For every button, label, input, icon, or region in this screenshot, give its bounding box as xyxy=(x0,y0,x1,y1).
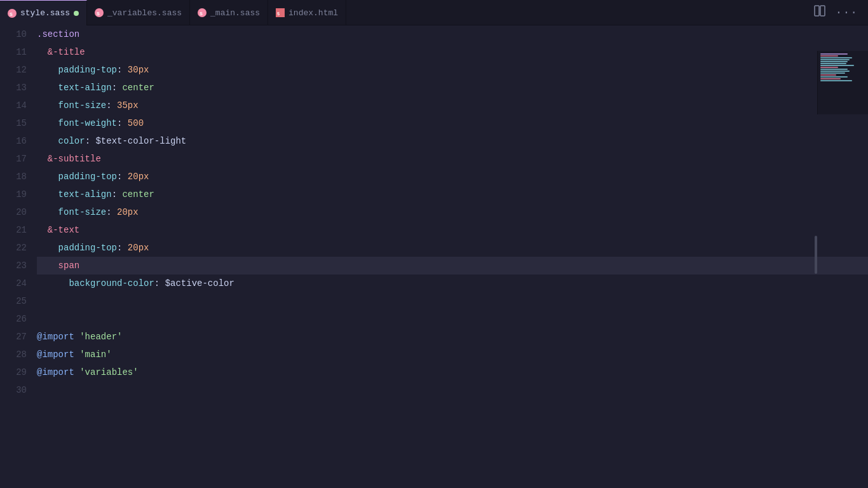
code-line: padding-top: 30px xyxy=(37,61,868,79)
minimap-line xyxy=(820,76,848,78)
code-token xyxy=(37,79,58,97)
minimap-line xyxy=(820,69,848,70)
tab-style-sass[interactable]: Sstyle.sass xyxy=(0,0,87,25)
tab-label: _variables.sass xyxy=(107,8,182,18)
line-number: 13 xyxy=(10,79,27,97)
line-number: 16 xyxy=(10,132,27,150)
code-token: 'header' xyxy=(79,328,122,346)
code-token: 30px xyxy=(128,61,149,79)
code-token: 500 xyxy=(128,114,144,132)
code-token xyxy=(37,97,58,114)
code-token: : xyxy=(154,274,165,292)
code-line xyxy=(37,381,868,399)
code-token: 20px xyxy=(128,168,149,186)
svg-text:5: 5 xyxy=(277,11,280,16)
code-line: &-title xyxy=(37,43,868,61)
code-token xyxy=(74,346,79,363)
code-token: padding-top xyxy=(58,239,117,257)
code-token xyxy=(74,328,79,346)
line-number: 24 xyxy=(10,274,27,292)
code-token: font-size xyxy=(58,203,107,221)
minimap-line xyxy=(820,63,846,64)
tab-main-sass[interactable]: S_main.sass xyxy=(190,0,268,25)
minimap-line xyxy=(820,59,850,60)
code-line: color: $text-color-light xyxy=(37,132,868,150)
split-editor-button[interactable] xyxy=(811,3,828,22)
tab-bar: Sstyle.sassS_variables.sassS_main.sass5i… xyxy=(0,0,868,25)
code-token: : xyxy=(117,168,128,186)
code-token xyxy=(37,257,58,274)
line-number: 21 xyxy=(10,221,27,239)
minimap-line xyxy=(820,80,852,81)
code-token: text-align xyxy=(58,186,112,203)
code-line: text-align: center xyxy=(37,79,868,97)
code-token xyxy=(37,203,58,221)
code-token: &-subtitle xyxy=(48,150,101,168)
code-token xyxy=(74,363,79,381)
scrollbar-thumb[interactable] xyxy=(815,236,817,274)
line-number: 25 xyxy=(10,292,27,310)
line-number: 11 xyxy=(10,43,27,61)
code-line: padding-top: 20px xyxy=(37,168,868,186)
code-token: 20px xyxy=(128,239,149,257)
line-number: 17 xyxy=(10,150,27,168)
minimap-lines xyxy=(818,51,868,85)
tab-index-html[interactable]: 5index.html xyxy=(268,0,346,25)
code-line: &-subtitle xyxy=(37,150,868,168)
code-line: @import 'variables' xyxy=(37,363,868,381)
code-token xyxy=(37,132,58,150)
code-token: : xyxy=(85,132,96,150)
code-token: center xyxy=(122,186,154,203)
code-area[interactable]: .section &-title padding-top: 30px text-… xyxy=(32,25,868,399)
tab-bar-actions: ··· xyxy=(811,3,868,22)
code-line: @import 'main' xyxy=(37,346,868,363)
code-line xyxy=(37,310,868,328)
sass-icon: S xyxy=(95,8,104,17)
tab-label: _main.sass xyxy=(210,8,260,18)
minimap-line xyxy=(820,53,848,55)
tab-variables-sass[interactable]: S_variables.sass xyxy=(87,0,190,25)
tab-label: index.html xyxy=(288,8,338,18)
code-token: 'main' xyxy=(79,346,111,363)
code-token: .section xyxy=(37,25,79,43)
editor-body: 1011121314151617181920212223242526272829… xyxy=(0,25,868,399)
svg-rect-5 xyxy=(820,6,825,16)
code-token: 'variables' xyxy=(79,363,138,381)
line-number: 28 xyxy=(10,346,27,363)
line-number: 27 xyxy=(10,328,27,346)
more-actions-button[interactable]: ··· xyxy=(833,4,860,22)
code-token: color xyxy=(58,132,85,150)
line-number: 19 xyxy=(10,186,27,203)
code-token xyxy=(37,61,58,79)
code-token: center xyxy=(122,79,154,97)
code-line: .section xyxy=(37,25,868,43)
code-token: $text-color-light xyxy=(95,132,186,150)
code-line: background-color: $active-color xyxy=(37,274,868,292)
minimap-line xyxy=(820,61,848,62)
code-token: : xyxy=(117,114,128,132)
line-number: 12 xyxy=(10,61,27,79)
code-token: 20px xyxy=(117,203,139,221)
scrollbar-track[interactable] xyxy=(812,51,817,399)
code-token: : xyxy=(117,239,128,257)
sass-icon: S xyxy=(8,9,17,18)
code-line: @import 'header' xyxy=(37,328,868,346)
sass-icon: S xyxy=(198,8,207,17)
code-token: padding-top xyxy=(58,168,117,186)
code-line: font-size: 35px xyxy=(37,97,868,114)
code-token: span xyxy=(58,257,80,274)
minimap-line xyxy=(820,74,836,76)
code-token xyxy=(37,114,58,132)
minimap-line xyxy=(820,55,838,57)
code-token: : xyxy=(106,97,117,114)
minimap-line xyxy=(820,71,850,72)
code-token: 35px xyxy=(117,97,139,114)
code-token: &-text xyxy=(48,221,79,239)
code-token: : xyxy=(112,186,123,203)
html-icon: 5 xyxy=(276,8,285,17)
line-number: 15 xyxy=(10,114,27,132)
code-token: @import xyxy=(37,363,74,381)
code-token: : xyxy=(117,61,128,79)
code-line: font-weight: 500 xyxy=(37,114,868,132)
code-token xyxy=(37,43,48,61)
